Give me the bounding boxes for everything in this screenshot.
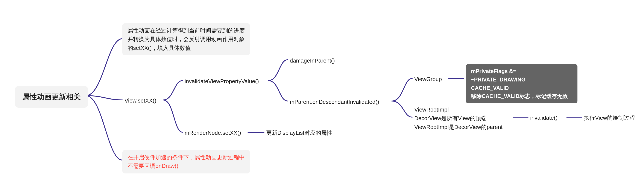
- root-node: 属性动画更新相关: [15, 86, 88, 108]
- node-view-setxx: View.setXX(): [124, 96, 156, 105]
- node-description-line1: 属性动画在经过计算得到当前时间需要到的进度: [128, 26, 245, 35]
- node-viewroot-line3: ViewRootImpl是DecorView的parent: [414, 123, 502, 131]
- node-view-setxx-label: View.setXX(): [124, 97, 156, 104]
- node-viewgroup-label: ViewGroup: [414, 76, 442, 82]
- node-invalidate: invalidate(): [530, 113, 558, 122]
- node-flags-line3: 移除CACHE_VALID标志，标记缓存无效: [471, 92, 572, 100]
- node-damage-label: damageInParent(): [290, 57, 335, 64]
- node-descendant-label: mParent.onDescendantInvalidated(): [290, 99, 379, 105]
- node-private-flags: mPrivateFlags &= ~PRIVATE_DRAWING_ CACHE…: [466, 64, 578, 103]
- node-description-line2: 并转换为具体数值时，会反射调用动画作用对象: [128, 35, 245, 43]
- node-view-draw-process: 执行View的绘制过程: [584, 113, 635, 122]
- node-description-line3: 的setXX()，填入具体数值: [128, 44, 245, 52]
- node-viewgroup: ViewGroup: [414, 75, 442, 83]
- node-viewdraw-label: 执行View的绘制过程: [584, 115, 635, 121]
- node-viewroot-line1: ViewRootImpl: [414, 105, 502, 114]
- node-viewrootimpl: ViewRootImpl DecorView是所有View的顶端 ViewRoo…: [414, 105, 502, 131]
- node-flags-line1: mPrivateFlags &= ~PRIVATE_DRAWING_: [471, 67, 572, 84]
- node-flags-line2: CACHE_VALID: [471, 84, 572, 92]
- node-invalidate-view-property: invalidateViewPropertyValue(): [184, 77, 259, 86]
- node-on-descendant-invalidated: mParent.onDescendantInvalidated(): [290, 98, 379, 106]
- node-hw-line1: 在开启硬件加速的条件下，属性动画更新过程中: [128, 153, 245, 162]
- node-invalidate-label: invalidateViewPropertyValue(): [184, 78, 259, 84]
- node-viewroot-line2: DecorView是所有View的顶端: [414, 114, 502, 122]
- node-mrendernode-label: mRenderNode.setXX(): [184, 130, 241, 136]
- node-update-displaylist: 更新DisplayList对应的属性: [266, 128, 332, 137]
- root-label: 属性动画更新相关: [22, 93, 81, 101]
- node-damage-in-parent: damageInParent(): [290, 56, 335, 65]
- node-hw-line2: 不需要回调onDraw(): [128, 162, 245, 170]
- node-update-displaylist-label: 更新DisplayList对应的属性: [266, 130, 332, 136]
- node-mrendernode-setxx: mRenderNode.setXX(): [184, 128, 241, 137]
- node-description: 属性动画在经过计算得到当前时间需要到的进度 并转换为具体数值时，会反射调用动画作…: [122, 23, 250, 55]
- node-hw-accel-note: 在开启硬件加速的条件下，属性动画更新过程中 不需要回调onDraw(): [122, 150, 250, 173]
- node-invalidate2-label: invalidate(): [530, 115, 558, 121]
